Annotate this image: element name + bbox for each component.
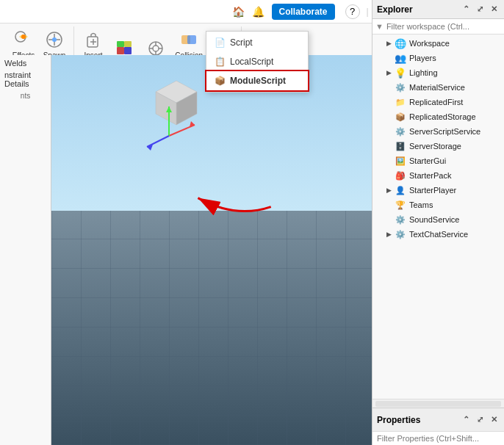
tree-item-starterpack[interactable]: ▶ 🎒 StarterPack: [372, 168, 504, 183]
textchatservice-label: TextChatService: [409, 230, 468, 239]
svg-point-10: [153, 46, 159, 51]
properties-header: Properties ⌃ ⤢ ✕: [372, 408, 504, 431]
explorer-expand-icon[interactable]: ⤢: [474, 4, 486, 15]
serverstorage-icon: 🗄️: [395, 140, 406, 152]
svg-point-3: [52, 37, 57, 42]
script-icon: 📄: [214, 37, 226, 48]
local-script-icon: 📋: [214, 56, 226, 68]
section-label: nts: [3, 92, 48, 100]
tree-item-lighting[interactable]: ▶ 💡 Lighting: [372, 65, 504, 80]
tree-item-replicatedstorage[interactable]: ▶ 📦 ReplicatedStorage: [372, 109, 504, 124]
svg-rect-5: [117, 47, 124, 54]
textchatservice-icon: ⚙️: [395, 228, 406, 240]
starterplayer-label: StarterPlayer: [409, 186, 456, 195]
axes: [140, 99, 198, 160]
starterplayer-arrow: ▶: [384, 186, 393, 195]
svg-line-22: [147, 136, 169, 147]
insert-object-icon: [82, 28, 105, 51]
replicatedfirst-icon: 📁: [395, 96, 406, 108]
serverscriptservice-icon: ⚙️: [395, 126, 406, 137]
properties-expand-icon[interactable]: ⤢: [474, 414, 486, 426]
left-sidebar: Welds nstraint Details nts: [0, 55, 51, 445]
materialservice-label: MaterialService: [409, 83, 465, 92]
serverstorage-label: ServerStorage: [409, 142, 461, 151]
startergui-label: StarterGui: [409, 156, 446, 165]
module-script-item[interactable]: 📦 ModuleScript: [206, 71, 308, 90]
workspace-arrow: ▶: [384, 39, 393, 48]
players-icon: 👥: [395, 52, 406, 64]
soundservice-label: SoundService: [409, 215, 460, 224]
properties-title: Properties: [377, 415, 420, 425]
properties-pin-icon[interactable]: ⌃: [460, 414, 472, 426]
replicatedstorage-icon: 📦: [395, 111, 406, 123]
explorer-close-icon[interactable]: ✕: [488, 4, 500, 15]
viewport[interactable]: [51, 55, 426, 445]
properties-filter-text: Filter Properties (Ctrl+Shift...: [377, 434, 479, 443]
tree-item-materialservice[interactable]: ▶ ⚙️ MaterialService: [372, 80, 504, 95]
script-dropdown: 📄 Script 📋 LocalScript 📦 ModuleScript: [206, 31, 309, 93]
explorer-filter-bar[interactable]: ▼: [372, 19, 504, 35]
teams-icon: 🏆: [395, 199, 406, 211]
soundservice-icon: ⚙️: [395, 214, 406, 225]
replicatedstorage-label: ReplicatedStorage: [409, 112, 476, 121]
tree-item-workspace[interactable]: ▶ 🌐 Workspace: [372, 36, 504, 51]
explorer-tree: ▶ 🌐 Workspace ▶ 👥 Players ▶ 💡 Lighting ▶…: [372, 35, 504, 399]
workspace-icon: 🌐: [395, 37, 406, 49]
notification-icon[interactable]: 🔔: [252, 6, 264, 18]
svg-marker-21: [166, 106, 172, 112]
tree-item-starterplayer[interactable]: ▶ 👤 StarterPlayer: [372, 183, 504, 198]
explorer-header-actions: ⌃ ⤢ ✕: [460, 4, 500, 15]
collision-groups-icon: [177, 28, 201, 51]
tree-item-textchatservice[interactable]: ▶ ⚙️ TextChatService: [372, 227, 504, 242]
local-script-item[interactable]: 📋 LocalScript: [206, 52, 308, 71]
materialservice-icon: ⚙️: [395, 82, 406, 93]
players-label: Players: [409, 54, 436, 62]
startergui-icon: 🖼️: [395, 155, 406, 167]
module-script-icon: 📦: [214, 75, 226, 87]
lighting-icon: 💡: [395, 67, 406, 79]
help-icon[interactable]: ?: [345, 4, 360, 19]
svg-point-1: [21, 35, 26, 39]
lighting-arrow: ▶: [384, 68, 393, 77]
workspace-label: Workspace: [409, 39, 450, 48]
properties-filter-bar[interactable]: Filter Properties (Ctrl+Shift...: [372, 431, 504, 445]
tree-scrollbar[interactable]: [372, 399, 504, 408]
teams-label: Teams: [409, 200, 433, 209]
serverscriptservice-label: ServerScriptService: [409, 127, 480, 136]
textchatservice-arrow: ▶: [384, 230, 393, 239]
tree-item-startergui[interactable]: ▶ 🖼️ StarterGui: [372, 153, 504, 168]
svg-rect-8: [124, 41, 132, 47]
explorer-pin-icon[interactable]: ⌃: [460, 4, 472, 15]
constraint-details-item[interactable]: nstraint Details: [3, 70, 48, 89]
filter-icon: ▼: [375, 22, 384, 31]
tree-item-players[interactable]: ▶ 👥 Players: [372, 51, 504, 65]
tree-item-soundservice[interactable]: ▶ ⚙️ SoundService: [372, 212, 504, 227]
properties-header-actions: ⌃ ⤢ ✕: [460, 414, 500, 426]
welds-item[interactable]: Welds: [3, 58, 48, 68]
svg-rect-7: [117, 41, 124, 47]
ground: [51, 211, 426, 445]
properties-close-icon[interactable]: ✕: [488, 414, 500, 426]
explorer-header: Explorer ⌃ ⤢ ✕: [372, 0, 504, 19]
collaborate-button[interactable]: Collaborate: [272, 4, 335, 20]
effects-icon: [12, 28, 35, 51]
tree-item-serverstorage[interactable]: ▶ 🗄️ ServerStorage: [372, 139, 504, 153]
replicatedfirst-label: ReplicatedFirst: [409, 98, 463, 106]
lighting-label: Lighting: [409, 68, 438, 77]
right-panel: Explorer ⌃ ⤢ ✕ ▼ ▶ 🌐 Workspace ▶ 👥 Playe…: [372, 0, 504, 445]
home-icon[interactable]: 🏠: [232, 6, 245, 18]
svg-rect-12: [187, 35, 196, 44]
tree-item-replicatedfirst[interactable]: ▶ 📁 ReplicatedFirst: [372, 95, 504, 109]
tree-item-teams[interactable]: ▶ 🏆 Teams: [372, 198, 504, 212]
explorer-title: Explorer: [377, 4, 413, 15]
explorer-filter-input[interactable]: [386, 22, 501, 31]
script-item[interactable]: 📄 Script: [206, 33, 308, 52]
starterpack-label: StarterPack: [409, 171, 451, 180]
separator: |: [367, 7, 369, 17]
spawn-icon: [43, 28, 66, 51]
starterplayer-icon: 👤: [395, 184, 406, 196]
starterpack-icon: 🎒: [395, 170, 406, 181]
tree-item-serverscriptservice[interactable]: ▶ ⚙️ ServerScriptService: [372, 124, 504, 139]
svg-rect-6: [124, 47, 132, 54]
